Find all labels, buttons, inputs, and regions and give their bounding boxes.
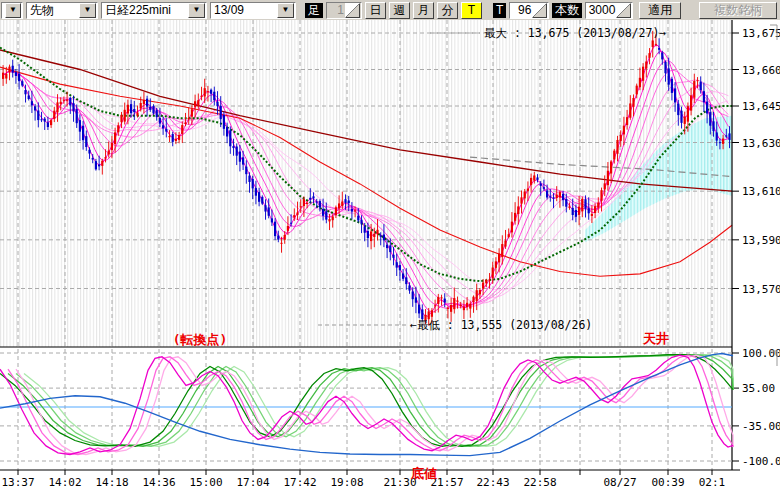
chevron-down-icon[interactable]: ▼ [188,3,205,18]
svg-text:-100.00: -100.00 [742,455,780,468]
svg-text:35.00: 35.00 [742,382,775,395]
chart-toolbar: ▼ 先物 ▼ 日経225mini ▼ 13/09 ▼ 足 1 日 週 月 分 T… [0,0,780,21]
tick-count-value: 96 [510,3,532,17]
period-month-button[interactable]: 月 [413,2,434,19]
spinner-icon[interactable] [616,3,631,18]
svg-text:底値: 底値 [410,466,437,481]
chevron-down-icon[interactable]: ▼ [277,3,294,18]
svg-text:13,645: 13,645 [742,100,780,113]
chart-area[interactable]: 13,67513,66013,64513,63013,61013,59013,5… [0,20,780,500]
tick-count-stepper[interactable]: 96 [509,2,549,19]
svg-text:17:04: 17:04 [236,476,269,489]
contract-month-select[interactable]: 13/09 ▼ [210,2,296,19]
tick-count-label: T [493,3,506,18]
svg-text:13,630: 13,630 [742,137,780,150]
tick-mode-button[interactable]: T [461,2,482,19]
svg-text:13:37: 13:37 [1,476,34,489]
svg-text:02:1: 02:1 [699,476,726,489]
svg-text:←最低 : 13,555 (2013/08/26): ←最低 : 13,555 (2013/08/26) [410,318,592,332]
instrument-type-value: 先物 [30,2,54,19]
svg-text:22:43: 22:43 [476,476,509,489]
instrument-type-select[interactable]: 先物 ▼ [26,2,98,19]
multi-symbol-button: 複数銘柄 [699,2,777,19]
svg-text:00:39: 00:39 [651,476,684,489]
svg-text:13,590: 13,590 [742,234,780,247]
svg-text:13,660: 13,660 [742,64,780,77]
svg-text:14:02: 14:02 [48,476,81,489]
mini-combo[interactable]: ▼ [1,2,23,19]
svg-text:08/27: 08/27 [603,476,636,489]
apply-button[interactable]: 適用 [639,2,681,19]
period-minute-button[interactable]: 分 [437,2,458,19]
svg-text:13,675: 13,675 [742,27,780,40]
svg-text:15:00: 15:00 [189,476,222,489]
contract-month-value: 13/09 [214,3,244,17]
svg-text:17:42: 17:42 [283,476,316,489]
bar-count-value: 3000 [586,3,616,17]
chevron-down-icon[interactable]: ▼ [5,3,21,18]
svg-text:最大 : 13,675 (2013/08/27)→: 最大 : 13,675 (2013/08/27)→ [484,26,666,40]
period-week-button[interactable]: 週 [389,2,410,19]
svg-text:天井: 天井 [642,331,669,346]
svg-text:14:36: 14:36 [142,476,175,489]
bar-count-label: 本数 [552,3,582,18]
spinner-icon[interactable] [532,3,547,18]
svg-text:19:08: 19:08 [330,476,363,489]
svg-text:13,610: 13,610 [742,185,780,198]
bar-interval-stepper[interactable]: 1 [326,2,362,19]
svg-text:13,570: 13,570 [742,283,780,296]
svg-text:100.00: 100.00 [742,347,780,360]
svg-text:-35.00: -35.00 [742,420,780,433]
chevron-down-icon[interactable]: ▼ [79,3,96,18]
spinner-icon[interactable] [345,3,360,18]
instrument-select[interactable]: 日経225mini ▼ [101,2,207,19]
instrument-value: 日経225mini [105,2,171,19]
svg-text:14:18: 14:18 [95,476,128,489]
bar-type-label: 足 [305,3,323,18]
bar-count-stepper[interactable]: 3000 [585,2,633,19]
svg-text:22:58: 22:58 [523,476,556,489]
period-day-button[interactable]: 日 [365,2,386,19]
bar-interval-value: 1 [327,3,345,17]
candlestick-chart-canvas[interactable]: 13,67513,66013,64513,63013,61013,59013,5… [0,20,780,500]
svg-text:(転換点): (転換点) [173,332,228,347]
